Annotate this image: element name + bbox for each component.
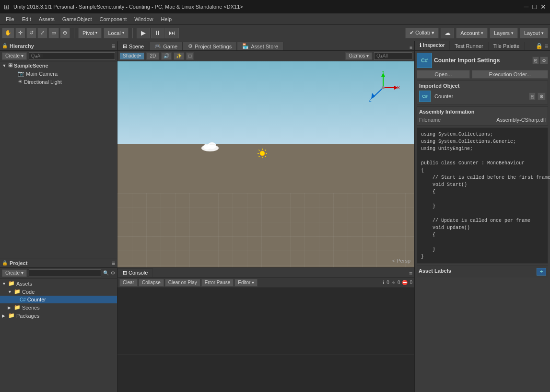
project-item-scenes[interactable]: ▶ 📁 Scenes — [0, 303, 117, 311]
gizmos-button[interactable]: Gizmos ▾ — [345, 52, 372, 60]
overlay-button[interactable]: □ — [186, 52, 194, 60]
menu-help[interactable]: Help — [157, 15, 176, 23]
collab-button[interactable]: ✔ Collab ▾ — [405, 28, 439, 38]
menu-file[interactable]: File — [2, 15, 18, 23]
inspector-action-buttons: Open... Execution Order... — [417, 70, 548, 79]
menu-component[interactable]: Component — [95, 15, 130, 23]
tool-scale[interactable]: ⤢ — [37, 28, 47, 38]
console-clear-button[interactable]: Clear — [119, 279, 138, 287]
execution-order-button[interactable]: Execution Order... — [472, 70, 548, 79]
pause-button[interactable]: ⏸ — [151, 28, 164, 38]
minimize-btn[interactable]: ─ — [524, 3, 529, 11]
inspector-lock-icon[interactable]: 🔒 — [536, 43, 543, 49]
menu-window[interactable]: Window — [130, 15, 157, 23]
project-menu-icon[interactable]: ≡ — [112, 260, 115, 266]
tool-rect[interactable]: ▭ — [48, 28, 59, 38]
hierarchy-item-directional-light[interactable]: ☀ Directional Light — [0, 78, 117, 86]
sun-icon — [257, 148, 267, 158]
close-btn[interactable]: ✕ — [540, 3, 546, 11]
imported-csharp-icon: C# — [419, 91, 431, 102]
project-settings-icon[interactable]: ⚙ — [111, 270, 115, 276]
log-count: 0 — [386, 280, 389, 285]
counter-script-icon: C# — [20, 297, 26, 302]
2d-button[interactable]: 2D — [146, 52, 159, 60]
left-panel: 🔒 Hierarchy ≡ Create ▾ ▼ ⊞ SampleScene — [0, 41, 117, 392]
console-collapse-button[interactable]: Collapse — [139, 279, 164, 287]
menu-edit[interactable]: Edit — [18, 15, 35, 23]
project-panel: 🔒 Project ≡ Create ▾ 🔍 ⚙ ▼ 📁 Assets — [0, 258, 117, 392]
tab-tile-palette[interactable]: Tile Palette — [489, 42, 525, 50]
console-tabs: ⊞ Console ≡ — [117, 268, 414, 277]
play-button[interactable]: ▶ — [137, 28, 150, 38]
inspector-copy-button[interactable]: ⎘ — [532, 57, 539, 64]
asset-labels-title: Asset Labels — [419, 268, 451, 274]
menu-assets[interactable]: Assets — [35, 15, 59, 23]
hierarchy-scene-root[interactable]: ▼ ⊞ SampleScene — [0, 61, 117, 69]
inspector-title-row: C# Counter Import Settings ⎘ ⚙ — [417, 53, 548, 68]
project-item-code[interactable]: ▼ 📁 Code — [0, 288, 117, 296]
assembly-section-title: Assembly Information — [419, 109, 546, 115]
project-lock-icon: 🔒 — [2, 260, 8, 265]
scenes-label: Scenes — [22, 305, 40, 311]
audio-button[interactable]: 🔊 — [161, 52, 172, 60]
layout-button[interactable]: Layout ▾ — [520, 28, 548, 38]
scene-expand-icon: ▼ — [2, 63, 7, 68]
tab-scene[interactable]: ⊞ Scene — [117, 42, 149, 50]
ground-background — [117, 144, 414, 267]
tab-game[interactable]: 🎮 Game — [149, 42, 183, 50]
layers-arrow: ▾ — [511, 31, 514, 35]
menu-gameobject[interactable]: GameObject — [59, 15, 96, 23]
packages-folder-icon: 📁 — [8, 312, 15, 319]
shading-button[interactable]: Shaded ▾ — [119, 52, 144, 60]
console-editor-button[interactable]: Editor ▾ — [234, 279, 257, 287]
pivot-button[interactable]: Pivot ▾ — [78, 28, 102, 38]
scene-search-input[interactable] — [374, 52, 412, 60]
step-button[interactable]: ⏭ — [165, 28, 179, 38]
inspector-header-buttons: ⎘ ⚙ — [532, 57, 548, 64]
imported-copy-button[interactable]: ⎘ — [529, 92, 536, 100]
console-clear-on-play-button[interactable]: Clear on Play — [165, 279, 200, 287]
layers-button[interactable]: Layers ▾ — [490, 28, 518, 38]
scene-tab-icon: ⊞ — [123, 43, 127, 49]
tool-rotate[interactable]: ↺ — [26, 28, 36, 38]
tab-asset-store[interactable]: 🏪 Asset Store — [237, 42, 283, 50]
collab-checkmark: ✔ — [410, 30, 414, 36]
hierarchy-item-main-camera[interactable]: 📷 Main Camera — [0, 69, 117, 78]
project-create-button[interactable]: Create ▾ — [2, 269, 27, 277]
tool-hand[interactable]: ✋ — [2, 28, 14, 38]
project-item-assets[interactable]: ▼ 📁 Assets — [0, 279, 117, 288]
tool-transform[interactable]: ⊕ — [60, 28, 70, 38]
tab-project-settings[interactable]: ⚙ Project Settings — [183, 42, 237, 50]
transform-tools: ✋ ✛ ↺ ⤢ ▭ ⊕ — [2, 28, 70, 38]
hierarchy-search-input[interactable] — [29, 52, 115, 60]
console-error-pause-button[interactable]: Error Pause — [201, 279, 234, 287]
hierarchy-menu-icon[interactable]: ≡ — [112, 43, 115, 49]
account-button[interactable]: Account ▾ — [456, 28, 488, 38]
project-tree: ▼ 📁 Assets ▼ 📁 Code C# Counter — [0, 278, 117, 392]
tool-move[interactable]: ✛ — [15, 28, 25, 38]
tab-console[interactable]: ⊞ Console — [117, 268, 153, 277]
console-menu-icon[interactable]: ≡ — [409, 270, 412, 277]
window-title: Unity 2018.3.1f1 Personal - SampleScene.… — [13, 4, 243, 10]
project-item-counter[interactable]: C# Counter — [0, 296, 117, 303]
project-item-packages[interactable]: ▶ 📁 Packages — [0, 311, 117, 320]
effects-button[interactable]: ✨ — [174, 52, 184, 60]
tile-palette-tab-label: Tile Palette — [493, 43, 520, 49]
imported-settings-button[interactable]: ⚙ — [538, 92, 546, 100]
scene-menu-icon[interactable]: ≡ — [410, 45, 412, 50]
inspector-menu-icon[interactable]: ≡ — [545, 43, 548, 49]
console-upper-area — [117, 288, 414, 355]
asset-labels-row: Asset Labels + — [419, 268, 546, 276]
cloud-button[interactable]: ☁ — [441, 28, 454, 38]
open-button[interactable]: Open... — [417, 70, 470, 79]
project-search-input[interactable] — [29, 269, 101, 277]
asset-label-add-button[interactable]: + — [537, 268, 546, 276]
local-button[interactable]: Local ▾ — [104, 28, 128, 38]
hierarchy-create-button[interactable]: Create ▾ — [2, 52, 27, 60]
tab-test-runner[interactable]: Test Runner — [450, 42, 488, 50]
inspector-settings-button[interactable]: ⚙ — [540, 57, 548, 64]
inspector-title: Counter Import Settings — [434, 57, 530, 64]
tab-inspector[interactable]: ℹ Inspector — [415, 41, 450, 50]
maximize-btn[interactable]: □ — [533, 3, 537, 11]
console-icon: ⊞ — [123, 270, 127, 276]
